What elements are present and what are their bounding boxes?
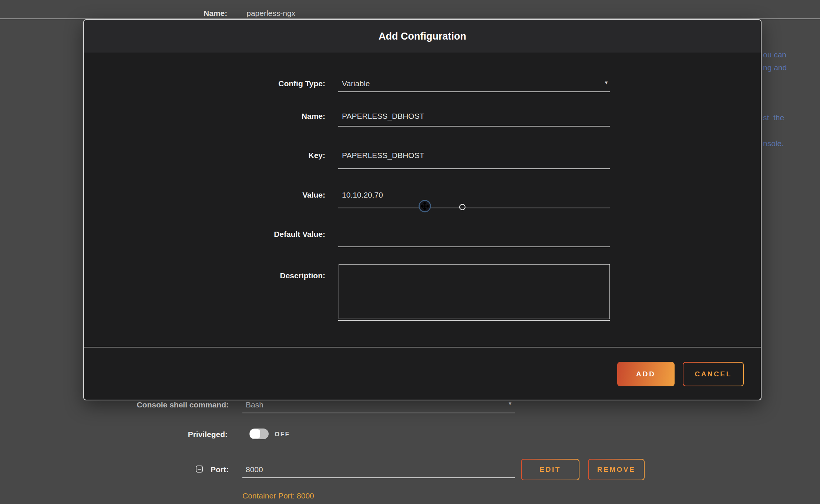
description-label: Description:	[84, 271, 325, 280]
value-input-underline	[338, 208, 610, 208]
move-cursor-icon	[419, 200, 431, 212]
cancel-button[interactable]: CANCEL	[683, 362, 744, 386]
edit-button-label: EDIT	[522, 460, 579, 480]
modal-header: Add Configuration	[84, 20, 761, 53]
help-text-fragment: st the	[763, 113, 784, 122]
edit-button[interactable]: EDIT	[521, 459, 579, 480]
key-field-label: Key:	[84, 151, 325, 160]
name-input-underline	[338, 126, 610, 127]
container-port-text: Container Port: 8000	[242, 491, 314, 500]
click-indicator-icon	[459, 204, 466, 210]
page: Name: paperless-ngx ou can ng and st the…	[0, 0, 820, 504]
port-value: 8000	[246, 465, 263, 474]
console-shell-select[interactable]: Bash	[246, 400, 263, 409]
value-input[interactable]	[342, 191, 601, 199]
chevron-down-icon[interactable]: ▼	[508, 401, 512, 406]
value-field-label: Value:	[84, 191, 325, 199]
default-value-input[interactable]	[342, 230, 601, 239]
name-field-label: Name:	[84, 112, 325, 121]
privileged-toggle[interactable]	[249, 429, 269, 439]
config-type-label: Config Type:	[84, 79, 325, 88]
console-shell-underline	[242, 413, 515, 413]
cancel-button-label: CANCEL	[683, 363, 743, 386]
help-text-fragment: ng and	[763, 63, 787, 72]
name-input[interactable]	[342, 112, 601, 121]
config-type-select[interactable]: Variable	[342, 79, 601, 88]
port-label: Port:	[0, 465, 229, 474]
privileged-label: Privileged:	[0, 430, 228, 439]
key-input[interactable]	[342, 151, 601, 160]
help-text-fragment: nsole.	[763, 139, 784, 148]
toggle-knob-icon	[250, 429, 260, 439]
description-underline	[338, 320, 610, 321]
key-input-underline	[338, 168, 610, 169]
config-type-underline	[338, 91, 610, 92]
default-value-label: Default Value:	[84, 230, 325, 239]
chevron-down-icon[interactable]: ▼	[604, 80, 609, 85]
description-textarea[interactable]	[339, 264, 610, 319]
help-text-fragment: ou can	[763, 50, 786, 59]
modal-title: Add Configuration	[379, 31, 466, 42]
default-value-underline	[338, 246, 610, 247]
add-button[interactable]: ADD	[617, 362, 675, 386]
port-underline	[242, 477, 515, 478]
remove-button-label: REMOVE	[589, 460, 644, 480]
console-shell-label: Console shell command:	[0, 400, 229, 409]
remove-button[interactable]: REMOVE	[588, 459, 645, 480]
footer-divider	[84, 347, 761, 347]
privileged-state: OFF	[275, 431, 290, 438]
